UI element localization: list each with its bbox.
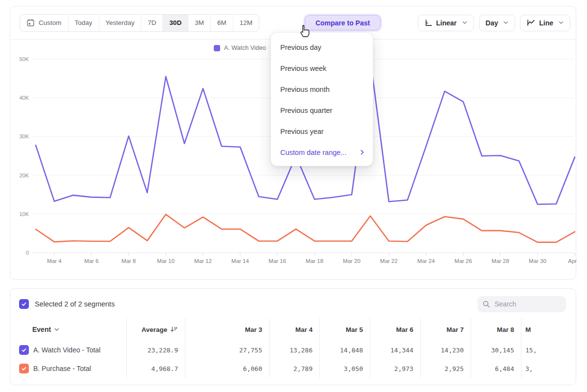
svg-text:50K: 50K xyxy=(19,56,29,62)
table-header-date[interactable]: Mar 5 xyxy=(319,318,370,341)
scale-dropdown-button[interactable]: Linear xyxy=(418,15,474,31)
menu-item-previous-month[interactable]: Previous month xyxy=(271,79,373,100)
sort-descending-icon xyxy=(170,326,178,333)
chart-type-dropdown-button[interactable]: Line xyxy=(520,15,570,31)
chevron-down-icon xyxy=(462,21,467,24)
line-chart-icon xyxy=(527,19,535,26)
average-header-label: Average xyxy=(141,326,167,333)
svg-text:Mar 30: Mar 30 xyxy=(529,258,546,264)
search-icon xyxy=(482,300,491,308)
svg-text:Mar 6: Mar 6 xyxy=(84,258,98,264)
legend-item[interactable]: A. Watch Video xyxy=(214,44,266,51)
table-header-event[interactable]: Event xyxy=(10,318,126,341)
segment-label: B. Purchase - Total xyxy=(33,365,91,372)
granularity-label: Day xyxy=(486,19,498,27)
table-header-date[interactable]: Mar 4 xyxy=(269,318,319,341)
select-all-checkbox[interactable] xyxy=(19,299,29,309)
preset-label: 7D xyxy=(148,19,156,26)
segments-selected-label: Selected 2 of 2 segments xyxy=(35,300,115,308)
chevron-down-icon xyxy=(559,21,564,24)
table-header-date[interactable]: Mar 7 xyxy=(420,318,471,341)
chart-options-group: Linear Day Line xyxy=(418,15,570,31)
chart-type-label: Line xyxy=(539,19,553,27)
clipped-value-cell: 3, xyxy=(521,359,571,378)
segment-checkbox[interactable] xyxy=(19,345,29,355)
svg-text:Apr 1: Apr 1 xyxy=(568,258,577,264)
svg-text:Mar 20: Mar 20 xyxy=(343,258,361,264)
segment-label: A. Watch Video - Total xyxy=(33,346,100,354)
date-preset-6m[interactable]: 6M xyxy=(210,15,233,31)
svg-text:10K: 10K xyxy=(19,211,29,217)
value-cell: 3,050 xyxy=(319,359,370,378)
value-cell: 14,344 xyxy=(370,341,420,359)
svg-text:0: 0 xyxy=(26,250,29,256)
chevron-right-icon xyxy=(361,150,364,155)
legend-label: A. Watch Video xyxy=(224,44,266,51)
value-cell: 2,973 xyxy=(370,359,420,378)
event-header-label: Event xyxy=(32,326,51,333)
svg-text:Mar 10: Mar 10 xyxy=(157,258,175,264)
linear-axis-icon xyxy=(425,19,432,27)
svg-text:Mar 28: Mar 28 xyxy=(492,258,509,264)
value-cell: 14,848 xyxy=(319,341,370,359)
table-header-date[interactable]: Mar 6 xyxy=(370,318,420,341)
date-range-picker: CustomTodayYesterday7D30D3M6M12M xyxy=(20,14,259,32)
svg-text:Mar 12: Mar 12 xyxy=(194,258,212,264)
menu-item-custom-date-range[interactable]: Custom date range... xyxy=(271,142,373,163)
svg-text:20K: 20K xyxy=(19,173,29,178)
value-cell: 14,230 xyxy=(420,341,471,359)
preset-label: 3M xyxy=(195,19,204,26)
table-header-date[interactable]: Mar 8 xyxy=(471,318,521,341)
calendar-icon xyxy=(26,19,35,27)
search-box[interactable] xyxy=(477,296,566,312)
table-header-date[interactable]: Mar 3 xyxy=(185,318,269,341)
preset-label: Today xyxy=(75,19,92,26)
preset-label: Yesterday xyxy=(106,19,135,26)
svg-text:Mar 22: Mar 22 xyxy=(380,258,398,264)
clipped-value-cell: 15, xyxy=(521,341,571,359)
scale-label: Linear xyxy=(436,19,457,27)
date-preset-today[interactable]: Today xyxy=(68,15,99,31)
value-cell: 6,060 xyxy=(185,359,269,378)
svg-text:Mar 4: Mar 4 xyxy=(47,258,62,264)
svg-text:Mar 8: Mar 8 xyxy=(121,258,135,264)
menu-item-previous-week[interactable]: Previous week xyxy=(271,58,373,79)
compare-to-past-button[interactable]: Compare to Past xyxy=(305,15,381,30)
menu-item-previous-quarter[interactable]: Previous quarter xyxy=(271,100,373,121)
value-cell: 6,484 xyxy=(471,359,521,378)
chevron-down-icon xyxy=(503,21,508,24)
analytics-dashboard: CustomTodayYesterday7D30D3M6M12M Compare… xyxy=(0,0,587,392)
value-cell: 27,755 xyxy=(185,341,269,359)
svg-text:Mar 14: Mar 14 xyxy=(231,258,249,264)
table-header-clipped: M xyxy=(521,318,571,341)
menu-item-previous-day[interactable]: Previous day xyxy=(271,37,373,58)
svg-text:40K: 40K xyxy=(19,95,29,101)
table-row-label-cell: A. Watch Video - Total xyxy=(10,341,126,359)
compare-to-past-menu: Previous dayPrevious weekPrevious monthP… xyxy=(271,32,373,166)
segment-checkbox[interactable] xyxy=(19,364,29,373)
date-preset-7d[interactable]: 7D xyxy=(141,15,162,31)
segments-table-card: Selected 2 of 2 segments EventAverageMar… xyxy=(10,288,576,385)
svg-text:Mar 18: Mar 18 xyxy=(306,258,323,264)
svg-text:Mar 26: Mar 26 xyxy=(454,258,472,264)
search-input[interactable] xyxy=(495,300,558,308)
preset-label: 6M xyxy=(217,19,226,26)
date-preset-3m[interactable]: 3M xyxy=(188,15,210,31)
date-preset-30d[interactable]: 30D xyxy=(162,15,188,31)
table-header-average[interactable]: Average xyxy=(126,318,185,341)
average-value-cell: 23,228.9 xyxy=(126,341,185,359)
date-preset-yesterday[interactable]: Yesterday xyxy=(99,15,141,31)
svg-text:30K: 30K xyxy=(19,133,29,139)
segments-table: EventAverageMar 3Mar 4Mar 5Mar 6Mar 7Mar… xyxy=(10,318,576,378)
preset-label: 12M xyxy=(240,19,252,26)
date-preset-custom[interactable]: Custom xyxy=(20,15,68,31)
preset-label: Custom xyxy=(39,19,62,26)
chevron-down-icon xyxy=(54,328,59,331)
date-preset-12m[interactable]: 12M xyxy=(233,15,259,31)
preset-label: 30D xyxy=(169,19,181,26)
menu-item-previous-year[interactable]: Previous year xyxy=(271,121,373,142)
granularity-dropdown-button[interactable]: Day xyxy=(479,15,516,31)
custom-date-range-label: Custom date range... xyxy=(280,149,346,156)
average-value-cell: 4,968.7 xyxy=(126,359,185,378)
value-cell: 2,789 xyxy=(269,359,319,378)
